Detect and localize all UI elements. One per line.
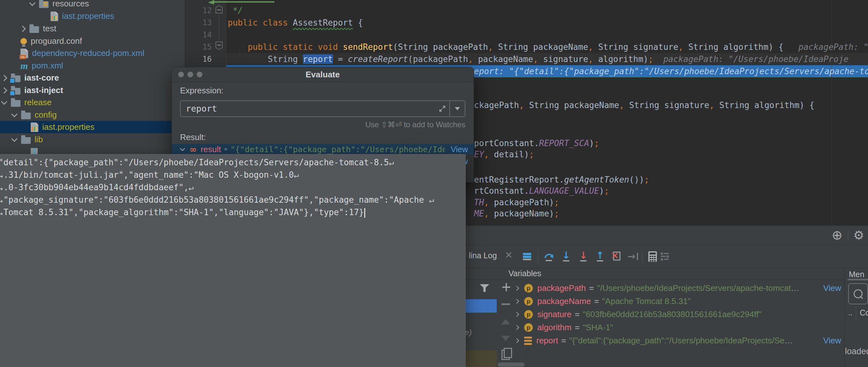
expand-icon[interactable] (438, 105, 446, 112)
force-step-into-icon[interactable]: ↓ (576, 249, 590, 264)
module-folder-icon (11, 75, 21, 82)
fold-guide-line (219, 14, 219, 42)
tree-item-iast-properties[interactable]: iast.properties (0, 10, 185, 22)
add-watch-icon[interactable]: + (501, 279, 512, 294)
close-icon[interactable]: × (505, 249, 513, 260)
move-down-icon[interactable] (501, 336, 510, 341)
step-into-icon[interactable]: ↓ (559, 249, 573, 264)
result-label: Result: (180, 132, 206, 142)
parameter-icon: p (524, 284, 533, 293)
view-link[interactable]: View (445, 145, 474, 154)
filter-funnel-icon[interactable] (480, 284, 489, 292)
folder-icon (11, 100, 21, 107)
panel-divider (844, 268, 845, 367)
console-tab[interactable]: lina Log (469, 251, 497, 260)
console-side-tab[interactable]: Cou (860, 308, 868, 318)
view-link[interactable]: View (821, 281, 841, 295)
xml-file-icon: <> (21, 48, 28, 58)
project-tree-panel[interactable]: resources iast.properties test proguard.… (0, 0, 185, 154)
result-value-icon: ∞ (189, 144, 197, 155)
tree-item-test[interactable]: test (0, 22, 185, 35)
expression-label: Expression: (180, 86, 223, 96)
memory-tab[interactable]: Men (849, 270, 865, 279)
properties-file-icon (31, 123, 38, 132)
fold-marker-icon[interactable] (216, 41, 223, 50)
scrollbar-thumb[interactable] (498, 363, 525, 367)
remove-watch-icon[interactable] (501, 303, 510, 305)
popup-json-line: ↳.0-3fc30bb904eb44ea9b14cd4fddbdaeef",↵ (0, 181, 465, 194)
tree-item-release[interactable]: release (0, 96, 185, 109)
chevron-right-icon[interactable] (1, 87, 7, 94)
chevron-down-icon[interactable] (180, 146, 185, 151)
gear-icon[interactable]: ⚙ (853, 228, 864, 242)
line-number: 12 (185, 4, 212, 16)
tree-item-iast-inject[interactable]: iast-inject (0, 84, 185, 97)
right-margin-guide (832, 0, 832, 225)
variables-header: Variables (508, 269, 541, 278)
run-to-cursor-icon[interactable]: → (626, 249, 640, 264)
fold-marker-icon[interactable] (216, 5, 223, 13)
chevron-right-icon[interactable] (1, 75, 7, 81)
chevron-right-icon[interactable] (515, 312, 519, 317)
chevron-right-icon[interactable] (515, 299, 519, 304)
text-caret (364, 208, 365, 218)
chevron-down-icon[interactable] (11, 111, 18, 117)
view-link[interactable]: View (821, 334, 841, 347)
target-icon[interactable]: ⊕ (832, 228, 842, 242)
code-line-13: public class AssestReport { (228, 16, 363, 29)
dialog-title: Evaluate (172, 67, 474, 82)
tree-item-iast-core[interactable]: iast-core (0, 72, 185, 84)
chevron-down-icon[interactable] (11, 136, 18, 142)
variables-header-row: Variables (466, 268, 844, 280)
variable-row-algorithm[interactable]: p algorithm= "SHA-1" (515, 321, 841, 334)
result-row[interactable]: ∞ result = "{"detail":{"package_path":"/… (172, 144, 474, 155)
code-line-16: String report = createReport(packagePath… (228, 53, 848, 65)
copy-stack-icon[interactable] (501, 350, 510, 360)
chevron-down-icon[interactable] (1, 98, 7, 105)
search-button[interactable] (848, 283, 868, 304)
layout-settings-icon[interactable] (657, 249, 672, 264)
variable-row-packageName[interactable]: p packageName= "Apache Tomcat 8.5.31" (515, 295, 841, 308)
parameter-icon: p (524, 323, 533, 332)
tab-scrollbar[interactable] (847, 279, 868, 280)
move-up-icon[interactable] (501, 319, 510, 325)
line-number: 13 (185, 16, 212, 29)
variable-row-signature[interactable]: p signature= "603fb6e0ddd216b53a80380156… (515, 308, 841, 321)
code-line-right: portConstant.REPORT_SCA); (474, 137, 599, 149)
variable-row-report[interactable]: report= "{"detail":{"package_path":"/Use… (515, 334, 841, 347)
parameter-icon: p (524, 310, 533, 319)
drop-frame-icon[interactable]: × (609, 249, 623, 264)
chevron-right-icon[interactable] (20, 26, 26, 32)
overflow-tab[interactable]: .. (848, 308, 852, 317)
tree-item-partial[interactable] (0, 146, 185, 154)
archive-file-icon (31, 148, 38, 155)
expression-input[interactable]: report (180, 100, 465, 117)
chevron-right-icon[interactable] (515, 286, 519, 291)
tree-item-pom[interactable]: m pom.xml (0, 60, 185, 72)
expression-history-dropdown[interactable] (450, 101, 465, 116)
variable-row-packagePath[interactable]: p packagePath= "/Users/phoebe/IdeaProjec… (515, 281, 841, 295)
maven-icon: m (21, 61, 28, 71)
tree-item-lib[interactable]: lib (0, 133, 185, 146)
step-over-icon[interactable] (542, 249, 556, 264)
tree-item-config[interactable]: config (0, 109, 185, 121)
chevron-right-icon[interactable] (515, 338, 519, 343)
chevron-right-icon[interactable] (515, 325, 519, 330)
add-to-watches-hint: Use ⇧⌘⏎ to add to Watches (365, 120, 465, 129)
expanded-value-popup[interactable]: "detail":{"package_path":"/Users/phoebe/… (0, 154, 466, 367)
dialog-titlebar[interactable]: Evaluate (172, 67, 474, 82)
popup-json-line: ↳Tomcat 8.5.31","package_algorithm":"SHA… (0, 206, 465, 219)
tree-item-resources[interactable]: resources (0, 0, 185, 10)
tree-item-iast-properties-selected[interactable]: iast.properties (0, 121, 185, 133)
code-line-17-inline-hint: eport: "{"detail":{"package_path":"/User… (474, 65, 868, 77)
tree-item-proguard[interactable]: proguard.conf (0, 35, 185, 47)
show-execution-point-icon[interactable] (520, 249, 534, 264)
module-folder-icon (11, 88, 21, 95)
tree-item-dependency-pom[interactable]: <> dependency-reduced-pom.xml (0, 47, 185, 60)
chevron-down-icon[interactable] (29, 0, 35, 6)
popup-json-line: "detail":{"package_path":"/Users/phoebe/… (0, 156, 465, 169)
step-out-icon[interactable]: ↑ (593, 249, 607, 264)
resources-folder-icon (39, 1, 49, 8)
ide-window: resources iast.properties test proguard.… (0, 0, 868, 367)
toolbar-divider (538, 250, 538, 264)
